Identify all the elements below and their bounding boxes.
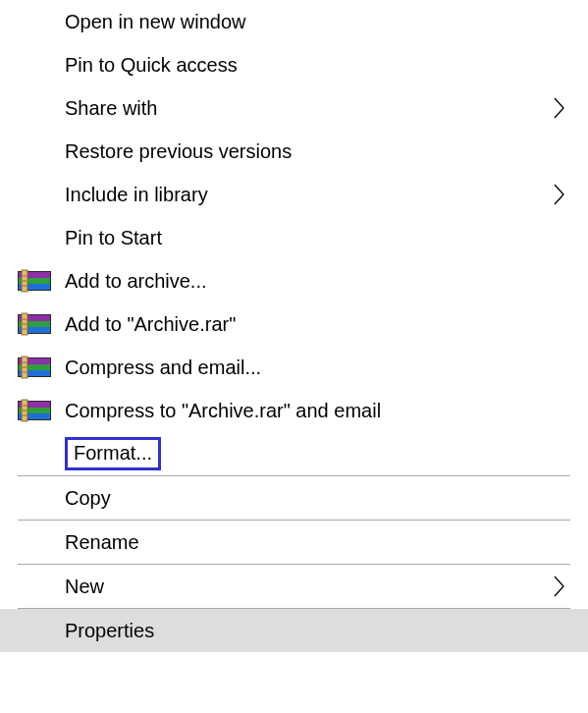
chevron-right-icon bbox=[553, 183, 566, 206]
menu-item-include-in-library[interactable]: Include in library bbox=[0, 173, 588, 216]
menu-item-label: Share with bbox=[65, 97, 559, 120]
menu-item-new[interactable]: New bbox=[0, 565, 588, 608]
menu-item-label: Restore previous versions bbox=[65, 140, 559, 163]
winrar-icon bbox=[18, 398, 51, 423]
context-menu: Open in new window Pin to Quick access S… bbox=[0, 0, 588, 652]
chevron-right-icon bbox=[553, 96, 566, 120]
menu-item-label: Compress to "Archive.rar" and email bbox=[65, 400, 559, 422]
menu-item-label: Pin to Start bbox=[65, 227, 559, 249]
winrar-icon bbox=[18, 355, 51, 380]
menu-item-pin-to-start[interactable]: Pin to Start bbox=[0, 216, 588, 259]
menu-item-label: New bbox=[65, 576, 559, 598]
menu-item-rename[interactable]: Rename bbox=[0, 521, 588, 564]
highlight-box: Format... bbox=[65, 437, 161, 470]
menu-item-label: Open in new window bbox=[65, 11, 559, 33]
winrar-icon bbox=[18, 311, 51, 337]
menu-item-add-to-archive-rar[interactable]: Add to "Archive.rar" bbox=[0, 302, 588, 346]
menu-item-pin-to-quick-access[interactable]: Pin to Quick access bbox=[0, 43, 588, 86]
menu-item-label: Format... bbox=[74, 442, 152, 464]
menu-item-label: Include in library bbox=[65, 184, 559, 206]
menu-item-format[interactable]: Format... bbox=[0, 432, 588, 475]
menu-item-compress-and-email[interactable]: Compress and email... bbox=[0, 346, 588, 389]
menu-item-properties[interactable]: Properties bbox=[0, 609, 588, 652]
chevron-right-icon bbox=[553, 575, 566, 598]
menu-item-label: Compress and email... bbox=[65, 356, 559, 379]
winrar-icon bbox=[18, 268, 51, 294]
menu-item-label: Properties bbox=[65, 620, 559, 642]
menu-item-copy[interactable]: Copy bbox=[0, 476, 588, 520]
menu-item-share-with[interactable]: Share with bbox=[0, 86, 588, 130]
menu-item-restore-previous-versions[interactable]: Restore previous versions bbox=[0, 130, 588, 173]
menu-item-compress-to-archive-rar-and-email[interactable]: Compress to "Archive.rar" and email bbox=[0, 389, 588, 432]
menu-item-label: Add to archive... bbox=[65, 270, 559, 293]
menu-item-add-to-archive[interactable]: Add to archive... bbox=[0, 259, 588, 302]
menu-item-label: Copy bbox=[65, 487, 559, 510]
menu-item-label: Rename bbox=[65, 531, 559, 554]
menu-item-open-in-new-window[interactable]: Open in new window bbox=[0, 0, 588, 43]
menu-item-label: Pin to Quick access bbox=[65, 54, 559, 77]
menu-item-label: Add to "Archive.rar" bbox=[65, 313, 559, 336]
